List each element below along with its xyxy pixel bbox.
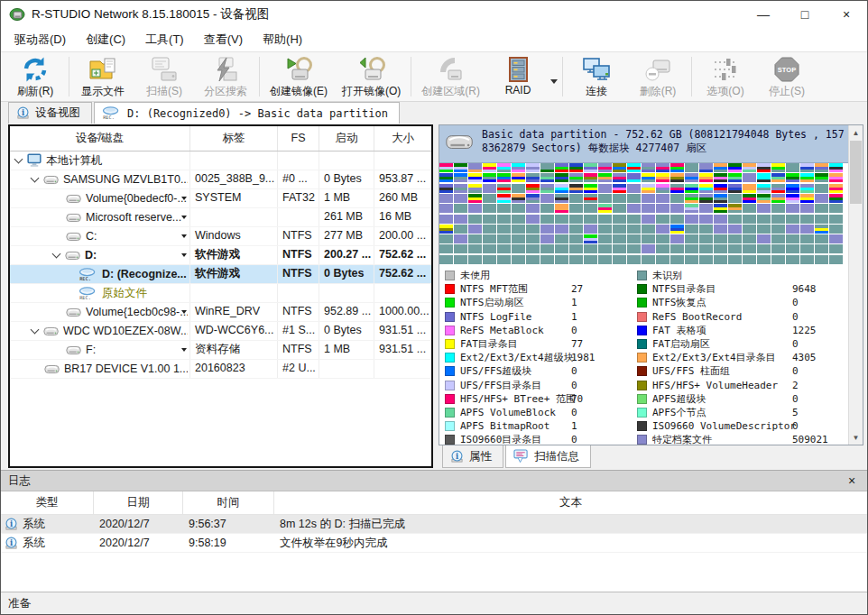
device-row-8[interactable]: Volume{1ecb0c98-...WinRE_DRVNTFS952.89 .…	[10, 303, 431, 322]
device-name-cell: Microsoft reserve...	[10, 208, 190, 226]
legend-item-r-6: Ext2/Ext3/Ext4目录条目4305	[632, 351, 848, 364]
legend-label: APFS个节点	[652, 406, 792, 419]
toolbar-scan-button[interactable]: 扫描(S)	[134, 52, 195, 101]
menu-item-0[interactable]: 驱动器(D)	[5, 28, 76, 51]
device-row-11[interactable]: BR17 DEVICE V1.00 1....20160823#2 U...	[10, 360, 431, 379]
toolbar-show-files-button[interactable]: 显示文件	[72, 52, 134, 101]
log-column-text[interactable]: 文本	[274, 491, 867, 514]
minimize-button[interactable]: —	[743, 1, 784, 28]
info-icon: i	[16, 106, 30, 120]
row-dropdown-arrow-icon[interactable]	[181, 216, 187, 222]
menu-item-3[interactable]: 查看(V)	[194, 28, 253, 51]
legend-value: 0	[792, 311, 799, 323]
device-name: BR17 DEVICE V1.00 1....	[64, 361, 188, 378]
cell-boot	[319, 151, 374, 170]
view-tab-0[interactable]: i设备视图	[8, 102, 92, 124]
maximize-button[interactable]: □	[784, 1, 826, 28]
view-tab-label: 设备视图	[35, 106, 80, 121]
log-column-type[interactable]: 类型	[1, 491, 94, 514]
toolbar-refresh-button[interactable]: 刷新(R)	[5, 52, 66, 101]
column-header-fs[interactable]: FS	[278, 126, 319, 151]
legend-value: 0	[792, 338, 799, 350]
expand-chevron-icon[interactable]	[14, 155, 23, 164]
log-row-1[interactable]: i系统2020/12/79:58:19文件枚举在9秒内完成	[1, 534, 867, 553]
menu-item-1[interactable]: 创建(C)	[76, 28, 135, 51]
expand-chevron-icon[interactable]	[31, 326, 40, 335]
scan-legend-column-right: 未识别NTFS目录条目9648NTFS恢复点0ReFS BootRecord0F…	[632, 269, 848, 445]
show-files-icon	[88, 55, 117, 84]
log-column-date[interactable]: 日期	[94, 491, 183, 514]
device-row-9[interactable]: WDC WD10EZEX-08W...WD-WCC6Y6...#1 S...0 …	[10, 322, 431, 341]
log-title-bar: 日志 ×	[1, 471, 867, 491]
scan-legend-column-left: 未使用NTFS MFT范围27NTFS启动扇区1NTFS LogFile1ReF…	[439, 269, 632, 445]
log-panel: 日志 × 类型日期时间文本 i系统2020/12/79:56:378m 12s …	[1, 470, 867, 593]
column-header-size[interactable]: 大小	[374, 126, 431, 151]
scan-tab-label: 扫描信息	[534, 449, 579, 464]
toolbar-connect-button[interactable]: 连接	[566, 52, 627, 101]
device-row-1[interactable]: SAMSUNG MZVLB1T0...0025_388B_9...#0 ...0…	[10, 170, 431, 189]
scan-tab-properties[interactable]: i属性	[442, 445, 503, 468]
device-row-4[interactable]: C:WindowsNTFS277 MB200.00 ...	[10, 227, 431, 246]
log-text: 文件枚举在9秒内完成	[274, 534, 867, 552]
raid-dropdown-arrow-icon[interactable]	[550, 79, 558, 87]
row-dropdown-arrow-icon[interactable]	[181, 348, 187, 354]
row-dropdown-arrow-icon[interactable]	[181, 197, 187, 203]
raid-icon	[503, 55, 532, 84]
cell-fs: FAT32	[278, 189, 319, 207]
view-tab-1[interactable]: REC.D: (Recognized0) -> Basic data parti…	[94, 102, 400, 124]
cell-fs	[278, 208, 319, 226]
scrollbar-up-arrow-icon[interactable]: ▲	[849, 125, 863, 140]
column-header-boot[interactable]: 启动	[319, 126, 374, 151]
legend-label: NTFS LogFile	[460, 311, 571, 323]
scan-tab-scan-information[interactable]: 扫描信息	[505, 445, 591, 468]
device-name-cell: Volume{1ecb0c98-...	[10, 303, 190, 321]
toolbar-separator	[691, 57, 692, 96]
device-row-0[interactable]: 本地计算机	[10, 151, 431, 170]
scrollbar-thumb[interactable]	[850, 141, 862, 204]
toolbar-options-button[interactable]: 选项(O)	[695, 52, 756, 101]
legend-label: ReFS BootRecord	[652, 311, 792, 323]
log-column-time[interactable]: 时间	[183, 491, 274, 514]
log-row-0[interactable]: i系统2020/12/79:56:378m 12s 的 D: 扫描已完成	[1, 515, 867, 534]
menu-item-2[interactable]: 工具(T)	[135, 28, 194, 51]
cell-boot: 0 Bytes	[319, 170, 374, 188]
legend-label: HFS/HFS+ VolumeHeader	[652, 380, 792, 391]
toolbar-partition-search-button[interactable]: 分区搜索	[195, 52, 256, 101]
expand-chevron-icon[interactable]	[31, 174, 40, 183]
close-button[interactable]: ×	[826, 1, 867, 28]
cell-boot: 0 Bytes	[319, 322, 374, 340]
status-bar: 准备	[1, 592, 867, 614]
scan-block-canvas	[439, 163, 847, 265]
log-close-icon[interactable]: ×	[844, 473, 860, 488]
device-row-3[interactable]: Microsoft reserve...261 MB16 MB	[10, 208, 431, 227]
toolbar-create-region-button[interactable]: 创建区域(R)	[414, 52, 487, 101]
scrollbar-down-arrow-icon[interactable]: ▼	[849, 430, 863, 445]
toolbar-delete-button[interactable]: 删除(R)	[627, 52, 688, 101]
toolbar-create-image-button[interactable]: 创建镜像(E)	[263, 52, 335, 101]
legend-value: 5	[792, 407, 799, 418]
toolbar-stop-button[interactable]: STOP停止(S)	[756, 52, 817, 101]
legend-value: 0	[792, 420, 799, 432]
legend-item-l-1: NTFS MFT范围27	[439, 282, 632, 296]
column-header-device[interactable]: 设备/磁盘	[10, 126, 190, 151]
cell-fs: NTFS	[278, 227, 319, 245]
device-row-2[interactable]: Volume{0bedecf0-...SYSTEMFAT321 MB260 MB	[10, 189, 431, 208]
menu-item-4[interactable]: 帮助(H)	[253, 28, 312, 51]
toolbar-open-image-button[interactable]: 打开镜像(O)	[335, 52, 408, 101]
scan-scrollbar[interactable]: ▲ ▼	[848, 125, 863, 445]
column-header-label[interactable]: 标签	[190, 126, 278, 151]
row-dropdown-arrow-icon[interactable]	[181, 234, 187, 241]
expand-chevron-icon[interactable]	[52, 250, 61, 259]
info-icon: i	[450, 450, 464, 464]
log-type: 系统	[23, 534, 45, 552]
options-icon	[711, 55, 740, 84]
device-row-5[interactable]: D:软件游戏NTFS200.27 ...752.62 ...	[10, 246, 431, 265]
cell-fs: #1 S...	[278, 322, 319, 340]
row-dropdown-arrow-icon[interactable]	[181, 310, 187, 317]
row-dropdown-arrow-icon[interactable]	[181, 253, 187, 260]
view-tab-label: D: (Recognized0) -> Basic data partition	[127, 107, 388, 120]
device-row-7[interactable]: REC.原始文件	[10, 284, 431, 303]
device-row-10[interactable]: F:资料存储NTFS1 MB931.51 ...	[10, 341, 431, 360]
device-row-6[interactable]: REC.D: (Recognize...软件游戏NTFS0 Bytes752.6…	[10, 265, 431, 284]
toolbar-raid-button[interactable]: RAID	[487, 52, 549, 101]
